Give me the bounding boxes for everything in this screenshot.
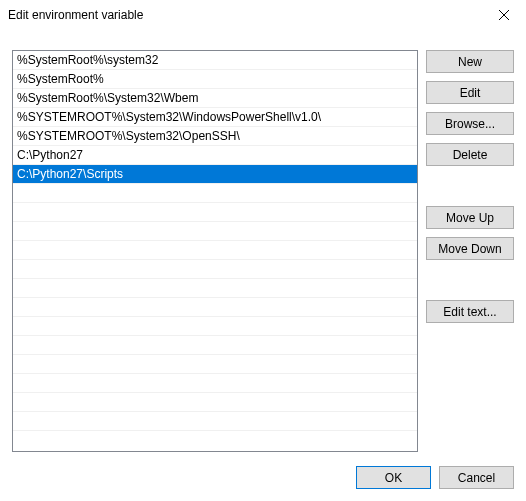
list-item[interactable]: %SystemRoot%\System32\Wbem (13, 89, 417, 108)
ok-button[interactable]: OK (356, 466, 431, 489)
close-button[interactable] (481, 0, 526, 30)
list-item[interactable]: %SystemRoot%\system32 (13, 51, 417, 70)
dialog-content: %SystemRoot%\system32%SystemRoot%%System… (0, 30, 526, 501)
new-button[interactable]: New (426, 50, 514, 73)
list-item[interactable] (13, 184, 417, 203)
list-item[interactable] (13, 260, 417, 279)
move-up-button[interactable]: Move Up (426, 206, 514, 229)
list-item[interactable]: %SYSTEMROOT%\System32\WindowsPowerShell\… (13, 108, 417, 127)
list-item[interactable]: %SYSTEMROOT%\System32\OpenSSH\ (13, 127, 417, 146)
list-item[interactable]: C:\Python27\Scripts (13, 165, 417, 184)
window-title: Edit environment variable (8, 8, 143, 22)
main-area: %SystemRoot%\system32%SystemRoot%%System… (12, 42, 514, 452)
side-button-panel: New Edit Browse... Delete Move Up Move D… (426, 42, 514, 452)
list-item[interactable] (13, 222, 417, 241)
delete-button[interactable]: Delete (426, 143, 514, 166)
list-item[interactable] (13, 355, 417, 374)
list-item[interactable] (13, 393, 417, 412)
titlebar: Edit environment variable (0, 0, 526, 30)
list-item[interactable]: C:\Python27 (13, 146, 417, 165)
move-down-button[interactable]: Move Down (426, 237, 514, 260)
list-item[interactable] (13, 241, 417, 260)
close-icon (499, 10, 509, 20)
dialog-button-row: OK Cancel (12, 452, 514, 489)
list-item[interactable] (13, 279, 417, 298)
list-item[interactable] (13, 298, 417, 317)
list-item[interactable] (13, 203, 417, 222)
list-item[interactable]: %SystemRoot% (13, 70, 417, 89)
spacer (426, 268, 514, 292)
list-item[interactable] (13, 317, 417, 336)
edit-text-button[interactable]: Edit text... (426, 300, 514, 323)
list-item[interactable] (13, 336, 417, 355)
path-listbox[interactable]: %SystemRoot%\system32%SystemRoot%%System… (12, 50, 418, 452)
cancel-button[interactable]: Cancel (439, 466, 514, 489)
list-item[interactable] (13, 374, 417, 393)
spacer (426, 174, 514, 198)
browse-button[interactable]: Browse... (426, 112, 514, 135)
edit-button[interactable]: Edit (426, 81, 514, 104)
list-item[interactable] (13, 412, 417, 431)
